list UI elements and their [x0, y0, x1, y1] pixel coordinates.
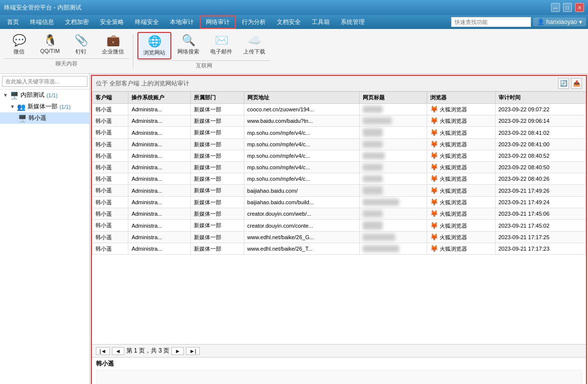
cell-browser: 🦊 火狐浏览器: [427, 150, 495, 162]
cell-dept: 新媒体一部: [190, 115, 244, 127]
cell-title: ■■■: [360, 173, 427, 185]
cell-account: Administra...: [128, 162, 190, 173]
col-client: 客户端: [92, 92, 128, 104]
cell-title: ■■■■■■■■■■: [360, 243, 427, 255]
menu-terminal-info[interactable]: 终端信息: [25, 16, 59, 28]
pagination: |◄ ◄ 第 1 页，共 3 页 ► ►|: [92, 344, 586, 357]
menu-home[interactable]: 首页: [2, 16, 24, 28]
tree-dept-icon: 👥: [17, 103, 25, 111]
menu-tools[interactable]: 工具箱: [307, 16, 335, 28]
maximize-button[interactable]: □: [563, 3, 572, 12]
menu-security-policy[interactable]: 安全策略: [95, 16, 129, 28]
menu-search-input[interactable]: [451, 17, 531, 27]
cell-browser: 🦊 火狐浏览器: [427, 115, 495, 127]
upload-icon: ☁️: [248, 34, 261, 47]
cell-time: 2023-09-22 08:40:50: [495, 162, 586, 173]
cell-title: ■■号: [360, 127, 427, 139]
cell-url: www.baidu.com/baidu?tn...: [244, 115, 359, 127]
col-url: 网页地址: [244, 92, 359, 104]
export-button[interactable]: 📤: [571, 78, 582, 89]
table-row[interactable]: 韩小遥 Administra... 新媒体一部 mp.sohu.com/mpfe…: [92, 150, 586, 162]
table-row[interactable]: 韩小遥 Administra... 新媒体一部 creator.douyin.c…: [92, 208, 586, 220]
window-controls: — □ ✕: [551, 3, 584, 12]
cell-browser: 🦊 火狐浏览器: [427, 173, 495, 185]
detail-content: [96, 370, 582, 384]
browser-icon: 🌐: [148, 35, 161, 48]
sidebar: ▼ 🖥️ 内部测试 (1/1) ▼ 👥 新媒体一部 (1/1) 🖥️ 韩小遥: [0, 74, 90, 384]
table-row[interactable]: 韩小遥 Administra... 新媒体一部 creator.douyin.c…: [92, 220, 586, 232]
cell-client: 韩小遥: [92, 150, 128, 162]
table-row[interactable]: 韩小遥 Administra... 新媒体一部 www.baidu.com/ba…: [92, 115, 586, 127]
tree-user[interactable]: 🖥️ 韩小遥: [0, 112, 89, 124]
menu-network-audit[interactable]: 网络审计: [200, 15, 236, 29]
toolbar-dingding[interactable]: 📎 钉钉: [66, 32, 96, 57]
table-row[interactable]: 韩小遥 Administra... 新媒体一部 baijiahao.baidu.…: [92, 197, 586, 208]
menu-doc-security[interactable]: 文档安全: [272, 16, 306, 28]
cell-client: 韩小遥: [92, 208, 128, 220]
cell-time: 2023-09-21 17:49:24: [495, 197, 586, 208]
table-row[interactable]: 韩小遥 Administra... 新媒体一部 cooco.net.cn/zuo…: [92, 104, 586, 115]
wechat-icon: 💬: [12, 34, 26, 47]
table-row[interactable]: 韩小遥 Administra... 新媒体一部 mp.sohu.com/mpfe…: [92, 139, 586, 150]
tree-dept-count: (1/1): [59, 104, 71, 110]
first-page-button[interactable]: |◄: [96, 347, 110, 355]
next-page-button[interactable]: ►: [171, 347, 184, 355]
toolbar-qqtim[interactable]: 🐧 QQ/TIM: [35, 32, 65, 57]
cell-time: 2023-09-21 17:49:26: [495, 185, 586, 197]
prev-page-button[interactable]: ◄: [112, 347, 124, 355]
sidebar-search-area: [0, 74, 89, 89]
col-title: 网页标题: [360, 92, 427, 104]
cell-title: ■■■: [360, 208, 427, 220]
cell-url: mp.sohu.com/mpfe/v4/c...: [244, 173, 359, 185]
cell-dept: 新媒体一部: [190, 173, 244, 185]
cell-dept: 新媒体一部: [190, 185, 244, 197]
email-icon: ✉️: [215, 34, 228, 47]
tree-org-icon: 🖥️: [10, 91, 18, 99]
table-row[interactable]: 韩小遥 Administra... 新媒体一部 www.edhl.net/bai…: [92, 232, 586, 243]
menu-search-area: 👤 hanxiaoyao ▾: [451, 17, 586, 27]
cell-client: 韩小遥: [92, 139, 128, 150]
cell-dept: 新媒体一部: [190, 208, 244, 220]
menu-terminal-security[interactable]: 终端安全: [130, 16, 164, 28]
refresh-button[interactable]: 🔄: [558, 78, 569, 89]
content-panel: 位于 全部客户端 上的浏览网站审计 🔄 📤 客户端 操作系统账户 所属部门 网页…: [91, 75, 587, 384]
toolbar-upload[interactable]: ☁️ 上传下载: [238, 32, 270, 59]
cell-time: 2023-09-21 17:17:23: [495, 243, 586, 255]
toolbar-wechat[interactable]: 💬 微信: [4, 32, 34, 57]
table-row[interactable]: 韩小遥 Administra... 新媒体一部 mp.sohu.com/mpfe…: [92, 173, 586, 185]
toolbar-email[interactable]: ✉️ 电子邮件: [205, 32, 237, 59]
cell-url: mp.sohu.com/mpfe/v4/c...: [244, 150, 359, 162]
tree-root-count: (1/1): [46, 92, 58, 98]
cell-account: Administra...: [128, 139, 190, 150]
cell-url: www.edhl.net/baike/26_T...: [244, 243, 359, 255]
minimize-button[interactable]: —: [551, 3, 560, 12]
last-page-button[interactable]: ►|: [186, 347, 200, 355]
cell-account: Administra...: [128, 115, 190, 127]
menu-local-audit[interactable]: 本地审计: [165, 16, 199, 28]
menu-doc-encrypt[interactable]: 文档加密: [60, 16, 94, 28]
tree-root[interactable]: ▼ 🖥️ 内部测试 (1/1): [0, 89, 89, 101]
cell-account: Administra...: [128, 150, 190, 162]
table-row[interactable]: 韩小遥 Administra... 新媒体一部 baijiahao.baidu.…: [92, 185, 586, 197]
menu-system-mgmt[interactable]: 系统管理: [336, 16, 370, 28]
toolbar-search[interactable]: 🔍 网络搜索: [172, 32, 204, 59]
table-row[interactable]: 韩小遥 Administra... 新媒体一部 www.edhl.net/bai…: [92, 243, 586, 255]
cell-client: 韩小遥: [92, 243, 128, 255]
user-badge[interactable]: 👤 hanxiaoyao ▾: [533, 17, 586, 26]
cell-account: Administra...: [128, 232, 190, 243]
cell-title: ■■■■: [360, 139, 427, 150]
menu-behavior-analysis[interactable]: 行为分析: [237, 16, 271, 28]
close-button[interactable]: ✕: [575, 3, 584, 12]
cell-client: 韩小遥: [92, 162, 128, 173]
col-dept: 所属部门: [190, 92, 244, 104]
toolbar-browser[interactable]: 🌐 浏览网站: [137, 32, 171, 59]
cell-dept: 新媒体一部: [190, 243, 244, 255]
toolbar-qywechat[interactable]: 💼 企业微信: [97, 32, 129, 57]
cell-url: mp.sohu.com/mpfe/v4/c...: [244, 162, 359, 173]
internet-group-label: 互联网: [137, 60, 270, 70]
sidebar-search-input[interactable]: [2, 76, 87, 87]
table-row[interactable]: 韩小遥 Administra... 新媒体一部 mp.sohu.com/mpfe…: [92, 162, 586, 173]
tree-dept[interactable]: ▼ 👥 新媒体一部 (1/1): [0, 101, 89, 112]
cell-title: ■■■■■■: [360, 150, 427, 162]
table-row[interactable]: 韩小遥 Administra... 新媒体一部 mp.sohu.com/mpfe…: [92, 127, 586, 139]
